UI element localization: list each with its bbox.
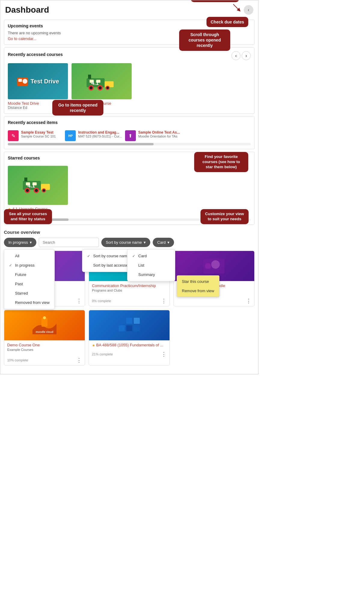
starred-train-svg: 4.1 bbox=[20, 173, 56, 197]
more-icon-demo[interactable]: ⋮ bbox=[76, 357, 82, 363]
view-dropdown-menu: ✓ Card List Summary bbox=[127, 249, 175, 281]
callout-see-all: See all your courses and filter by statu… bbox=[4, 209, 52, 224]
svg-rect-40 bbox=[126, 318, 132, 324]
filter-in-progress[interactable]: ✓ In progress bbox=[4, 261, 54, 270]
item-icon-essay: ✎ bbox=[8, 130, 19, 141]
course-search-input[interactable] bbox=[39, 238, 99, 247]
course-context-menu: Star this course Remove from view bbox=[177, 275, 219, 297]
course-thumb-testdrive[interactable]: Test Drive bbox=[8, 63, 68, 99]
view-list[interactable]: List bbox=[127, 261, 175, 270]
grid-card-creating: Creating Lessons in Moodle Example Cours… bbox=[173, 251, 255, 306]
svg-line-0 bbox=[233, 4, 239, 10]
item-sub-instruction: MAT 523 (8673-SU21) - Cur... bbox=[78, 135, 122, 138]
item-icon-online-text: ⬆ bbox=[125, 130, 136, 141]
callout-favorite: Find your favorite courses (see how to s… bbox=[194, 152, 248, 172]
recently-accessed-courses-title: Recently accessed courses bbox=[8, 52, 63, 57]
upcoming-events-title: Upcoming events bbox=[8, 23, 61, 28]
grid-card-title-demo[interactable]: Demo Course One bbox=[7, 343, 82, 347]
grid-card-footer-creating: ⋮ bbox=[174, 297, 254, 306]
svg-text:moodle cloud: moodle cloud bbox=[36, 330, 54, 333]
item-title-instruction[interactable]: Instruction and Engag... bbox=[78, 130, 122, 135]
callout-arrow-tools bbox=[232, 3, 241, 12]
sort-button[interactable]: Sort by course name ▾ bbox=[101, 238, 150, 247]
grid-card-sub-demo: Example Courses bbox=[7, 348, 82, 351]
item-title-essay[interactable]: Sample Essay Test bbox=[21, 130, 56, 135]
filter-removed[interactable]: Removed from view bbox=[4, 298, 54, 307]
course-title-testdrive[interactable]: Moodle Test Drive bbox=[8, 101, 39, 106]
course-overview-title: Course overview bbox=[4, 227, 40, 238]
go-calendar-link[interactable]: Go to calendar... bbox=[8, 36, 36, 41]
svg-rect-44 bbox=[134, 325, 140, 331]
item-title-online-text[interactable]: Sample Online Text As... bbox=[138, 130, 180, 135]
demo-thumb-svg: moodle cloud bbox=[32, 316, 57, 334]
item-card-instruction: H·P Instruction and Engag... MAT 523 (86… bbox=[65, 130, 122, 141]
no-events-text: There are no upcoming events bbox=[8, 31, 61, 35]
filter-past[interactable]: Past bbox=[4, 279, 54, 289]
item-icon-instruction: H·P bbox=[65, 130, 76, 141]
courses-nav-next[interactable]: › bbox=[242, 51, 251, 60]
more-icon-communication[interactable]: ⋮ bbox=[161, 298, 167, 304]
starred-courses-title: Starred courses bbox=[8, 156, 40, 160]
ba488-star-icon: ★ bbox=[92, 343, 95, 348]
svg-rect-2 bbox=[18, 79, 22, 82]
creating-thumb-svg bbox=[202, 257, 226, 275]
grid-card-title-communication[interactable]: Communication Practicum/Internship bbox=[92, 283, 167, 288]
recently-accessed-items-section: Recently accessed items Go to items open… bbox=[4, 116, 255, 149]
grid-card-sub-communication: Programs and Clubs bbox=[92, 289, 167, 292]
item-sub-online-text: Moodle Orientation for TAs bbox=[138, 135, 180, 138]
svg-point-22 bbox=[26, 189, 29, 192]
svg-text:4.1: 4.1 bbox=[27, 183, 35, 189]
item-card-online-text: ⬆ Sample Online Text As... Moodle Orient… bbox=[125, 130, 180, 141]
svg-point-37 bbox=[43, 316, 46, 319]
course-overview-section: Course overview See all your courses and… bbox=[4, 227, 255, 372]
callout-open-tools: Open to access helpful tools bbox=[191, 0, 239, 2]
svg-rect-42 bbox=[119, 325, 125, 331]
testdrive-label: Test Drive bbox=[30, 78, 59, 85]
course-thumb-upgrade[interactable]: 4.1 bbox=[72, 63, 132, 99]
context-remove-from-view[interactable]: Remove from view bbox=[177, 286, 219, 295]
recently-accessed-courses-section: Recently accessed courses ‹ › Scroll thr… bbox=[4, 47, 255, 114]
callout-scroll-courses: Scroll through courses opened recently bbox=[179, 29, 230, 51]
courses-nav-arrows: ‹ › bbox=[231, 51, 251, 60]
svg-rect-43 bbox=[126, 325, 132, 331]
grid-card-footer-demo: 10% complete ⋮ bbox=[4, 356, 85, 365]
callout-go-recent: Go to items opened recently bbox=[52, 100, 103, 116]
more-icon-ba488[interactable]: ⋮ bbox=[161, 351, 167, 357]
starred-thumb-upgrade[interactable]: 4.1 bbox=[8, 166, 68, 205]
filter-future[interactable]: Future bbox=[4, 270, 54, 279]
more-icon-creating[interactable]: ⋮ bbox=[246, 298, 251, 304]
view-card[interactable]: ✓ Card bbox=[127, 251, 175, 261]
scroll-thumb bbox=[8, 143, 154, 145]
svg-point-24 bbox=[35, 189, 38, 192]
grid-thumb-demo[interactable]: moodle cloud bbox=[4, 310, 85, 340]
svg-point-35 bbox=[211, 260, 220, 269]
view-summary[interactable]: Summary bbox=[127, 270, 175, 279]
svg-point-3 bbox=[23, 79, 27, 84]
courses-nav-prev[interactable]: ‹ bbox=[231, 51, 240, 60]
item-sub-essay: Sample Course SC 101 bbox=[21, 135, 56, 138]
recently-accessed-items-title: Recently accessed items bbox=[8, 120, 58, 125]
grid-card-footer-communication: 0% complete ⋮ bbox=[89, 297, 170, 306]
grid-card-title-ba488[interactable]: BA 488/588 (1055) Fundamentals of ... bbox=[96, 343, 163, 347]
svg-rect-6 bbox=[88, 75, 91, 79]
grid-card-demo: moodle cloud Demo Course One Example Cou… bbox=[4, 310, 85, 366]
context-star-course[interactable]: Star this course bbox=[177, 277, 219, 286]
filter-dropdown-menu: All ✓ In progress Future Past Starred Re… bbox=[4, 249, 55, 309]
svg-rect-41 bbox=[134, 318, 140, 324]
course-cards-container: Test Drive Moodle Test Drive Distance Ed bbox=[8, 63, 251, 110]
svg-rect-5 bbox=[105, 81, 114, 87]
svg-point-26 bbox=[43, 189, 45, 192]
filter-starred[interactable]: Starred bbox=[4, 289, 54, 298]
starred-card-upgrade: 4.1 ★ 4.1 Upgrade Course Distance Ed bbox=[8, 166, 68, 215]
filter-progress-button[interactable]: In progress ▾ bbox=[4, 238, 36, 247]
grid-card-ba488: ★ BA 488/588 (1055) Fundamentals of ... … bbox=[89, 310, 170, 366]
svg-text:4.1: 4.1 bbox=[91, 80, 99, 86]
view-button[interactable]: Card ▾ bbox=[153, 238, 174, 247]
item-card-essay: ✎ Sample Essay Test Sample Course SC 101 bbox=[8, 130, 62, 141]
sidebar-collapse-button[interactable]: ‹ bbox=[244, 5, 253, 15]
filter-all[interactable]: All bbox=[4, 251, 54, 261]
ba488-thumb-svg bbox=[117, 316, 141, 334]
grid-thumb-ba488[interactable] bbox=[89, 310, 170, 340]
more-icon-academic[interactable]: ⋮ bbox=[76, 298, 82, 304]
items-list: ✎ Sample Essay Test Sample Course SC 101… bbox=[8, 130, 251, 141]
